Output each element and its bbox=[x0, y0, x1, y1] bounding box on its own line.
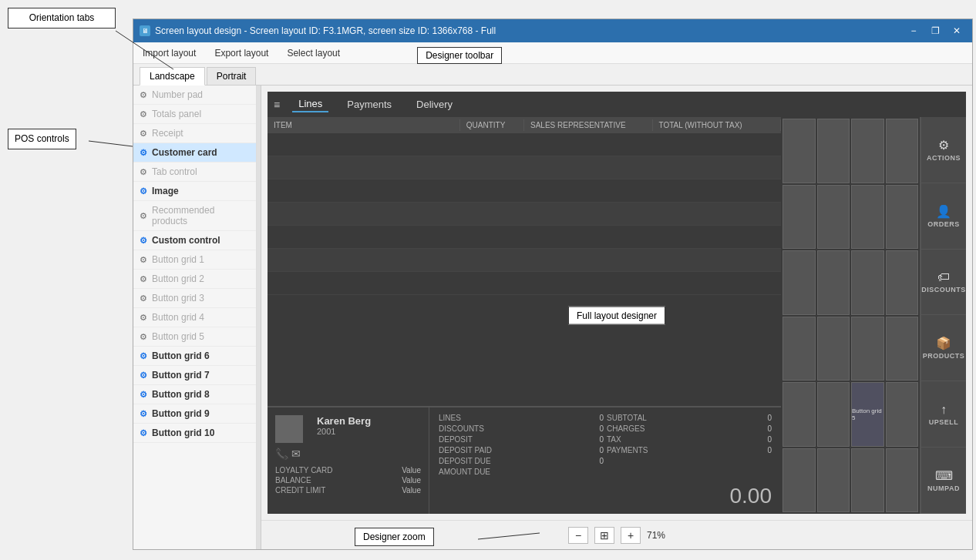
table-row bbox=[268, 249, 781, 272]
credit-limit-row: CREDIT LIMIT Value bbox=[275, 486, 421, 495]
btn-cell[interactable] bbox=[782, 185, 816, 250]
sidebar-item-button-grid-7[interactable]: ⚙ Button grid 7 bbox=[133, 366, 256, 385]
zoom-level: 71% bbox=[647, 530, 665, 541]
zoom-in-button[interactable]: + bbox=[621, 527, 641, 544]
customer-panel: Karen Berg 2001 📞 ✉ LOYALTY CARD Va bbox=[268, 406, 781, 514]
summary-row-deposit: DEPOSIT 0 TAX 0 bbox=[439, 435, 772, 444]
hamburger-icon[interactable]: ≡ bbox=[274, 99, 280, 111]
sidebar-item-button-grid-9[interactable]: ⚙ Button grid 9 bbox=[133, 404, 256, 424]
layout-tab-delivery[interactable]: Delivery bbox=[410, 97, 459, 112]
sidebar-item-button-grid-3[interactable]: ⚙ Button grid 3 bbox=[133, 289, 256, 308]
customer-name: Karen Berg bbox=[317, 415, 371, 427]
gear-icon: ⚙ bbox=[140, 167, 147, 177]
gear-icon: ⚙ bbox=[140, 109, 147, 119]
btn-cell[interactable] bbox=[886, 382, 919, 447]
gear-icon: ⚙ bbox=[140, 274, 147, 284]
btn-cell[interactable] bbox=[782, 448, 816, 513]
customer-avatar bbox=[275, 415, 303, 443]
action-btn-discounts[interactable]: 🏷 DISCOUNTS bbox=[921, 250, 966, 316]
action-btn-numpad[interactable]: ⌨ NUMPAD bbox=[921, 448, 966, 514]
btn-cell[interactable] bbox=[782, 250, 816, 315]
sidebar-item-recommended-products[interactable]: ⚙ Recommended products bbox=[133, 201, 256, 231]
summary-row-discounts: DISCOUNTS 0 CHARGES 0 bbox=[439, 424, 772, 433]
export-layout-menu[interactable]: Export layout bbox=[211, 46, 271, 60]
sidebar-item-button-grid-2[interactable]: ⚙ Button grid 2 bbox=[133, 270, 256, 289]
btn-cell[interactable] bbox=[817, 448, 850, 513]
sidebar-item-totals-panel[interactable]: ⚙ Totals panel bbox=[133, 105, 256, 124]
btn-cell[interactable] bbox=[851, 250, 884, 315]
btn-cell[interactable] bbox=[782, 119, 816, 183]
action-btn-actions[interactable]: ⚙ ACTIONS bbox=[921, 117, 966, 183]
btn-cell[interactable] bbox=[886, 185, 919, 250]
summary-row-deposit-paid: DEPOSIT PAID 0 PAYMENTS 0 bbox=[439, 446, 772, 454]
orientation-tabs-row: Landscape Portrait bbox=[133, 64, 972, 86]
btn-cell[interactable] bbox=[886, 448, 919, 513]
right-panel: Button grid 5 ⚙ bbox=[781, 117, 966, 514]
restore-button[interactable]: ❐ bbox=[926, 23, 944, 39]
sidebar-item-receipt[interactable]: ⚙ Receipt bbox=[133, 124, 256, 143]
btn-cell-grid5[interactable]: Button grid 5 bbox=[851, 382, 884, 447]
orientation-tabs-annotation: Orientation tabs bbox=[8, 8, 116, 29]
gear-icon: ⚙ bbox=[140, 293, 147, 303]
sidebar-item-button-grid-4[interactable]: ⚙ Button grid 4 bbox=[133, 308, 256, 327]
btn-cell[interactable] bbox=[782, 317, 816, 381]
designer-toolbar-annotation: Designer toolbar bbox=[417, 47, 502, 64]
close-button[interactable]: ✕ bbox=[947, 23, 966, 39]
btn-cell[interactable] bbox=[851, 185, 884, 250]
gear-icon: ⚙ bbox=[140, 313, 147, 323]
table-row bbox=[268, 226, 781, 249]
action-btn-products[interactable]: 📦 PRODUCTS bbox=[921, 315, 966, 381]
zoom-reset-button[interactable]: ⊞ bbox=[594, 527, 614, 544]
tab-landscape[interactable]: Landscape bbox=[140, 67, 205, 86]
order-summary: LINES 0 SUBTOTAL 0 DISCOUNTS 0 CHARGES bbox=[429, 407, 781, 514]
summary-row-amount-due: AMOUNT DUE bbox=[439, 468, 772, 476]
sidebar-item-customer-card[interactable]: ⚙ Customer card bbox=[133, 143, 256, 163]
full-layout-designer-annotation: Full layout designer bbox=[568, 307, 665, 325]
lines-table-body bbox=[268, 133, 781, 406]
sidebar-item-custom-control[interactable]: ⚙ Custom control bbox=[133, 231, 256, 250]
customer-contact-icons: 📞 ✉ bbox=[275, 448, 421, 460]
table-row bbox=[268, 203, 781, 226]
sidebar-item-button-grid-1[interactable]: ⚙ Button grid 1 bbox=[133, 250, 256, 270]
sidebar-item-button-grid-5[interactable]: ⚙ Button grid 5 bbox=[133, 327, 256, 347]
btn-cell[interactable] bbox=[851, 317, 884, 381]
sidebar-item-image[interactable]: ⚙ Image bbox=[133, 182, 256, 201]
title-bar: 🖥 Screen layout design - Screen layout I… bbox=[133, 19, 972, 42]
sidebar-item-button-grid-8[interactable]: ⚙ Button grid 8 bbox=[133, 385, 256, 404]
gear-icon: ⚙ bbox=[140, 186, 147, 196]
action-btn-orders[interactable]: 👤 ORDERS bbox=[921, 183, 966, 250]
btn-cell[interactable] bbox=[817, 250, 850, 315]
tab-portrait[interactable]: Portrait bbox=[207, 67, 257, 85]
select-layout-menu[interactable]: Select layout bbox=[284, 46, 343, 60]
sidebar-item-button-grid-6[interactable]: ⚙ Button grid 6 bbox=[133, 347, 256, 366]
zoom-out-button[interactable]: − bbox=[568, 527, 588, 544]
layout-tab-payments[interactable]: Payments bbox=[341, 97, 398, 112]
table-row bbox=[268, 133, 781, 156]
actions-icon: ⚙ bbox=[938, 138, 949, 153]
col-quantity: QUANTITY bbox=[460, 119, 524, 131]
balance-row: BALANCE Value bbox=[275, 476, 421, 485]
btn-cell[interactable] bbox=[817, 382, 850, 447]
sidebar: ⚙ Number pad ⚙ Totals panel ⚙ Receipt ⚙ … bbox=[133, 86, 257, 549]
sidebar-item-number-pad[interactable]: ⚙ Number pad bbox=[133, 86, 256, 105]
sidebar-item-tab-control[interactable]: ⚙ Tab control bbox=[133, 163, 256, 182]
sidebar-item-button-grid-10[interactable]: ⚙ Button grid 10 bbox=[133, 424, 256, 443]
gear-icon: ⚙ bbox=[140, 236, 147, 246]
minimize-button[interactable]: − bbox=[904, 23, 923, 39]
designer-zoom-annotation: Designer zoom bbox=[355, 528, 434, 546]
window-title: Screen layout design - Screen layout ID:… bbox=[155, 25, 904, 36]
btn-cell[interactable] bbox=[851, 119, 884, 183]
btn-cell[interactable] bbox=[851, 448, 884, 513]
import-layout-menu[interactable]: Import layout bbox=[140, 46, 199, 60]
btn-cell[interactable] bbox=[886, 317, 919, 381]
btn-cell[interactable] bbox=[782, 382, 816, 447]
btn-cell[interactable] bbox=[817, 317, 850, 381]
btn-cell[interactable] bbox=[886, 119, 919, 183]
layout-tab-lines[interactable]: Lines bbox=[292, 96, 328, 112]
btn-cell[interactable] bbox=[817, 185, 850, 250]
btn-cell[interactable] bbox=[886, 250, 919, 315]
gear-icon: ⚙ bbox=[140, 351, 147, 361]
action-btn-upsell[interactable]: ↑ UPSELL bbox=[921, 381, 966, 448]
summary-row-lines: LINES 0 SUBTOTAL 0 bbox=[439, 414, 772, 422]
btn-cell[interactable] bbox=[817, 119, 850, 183]
